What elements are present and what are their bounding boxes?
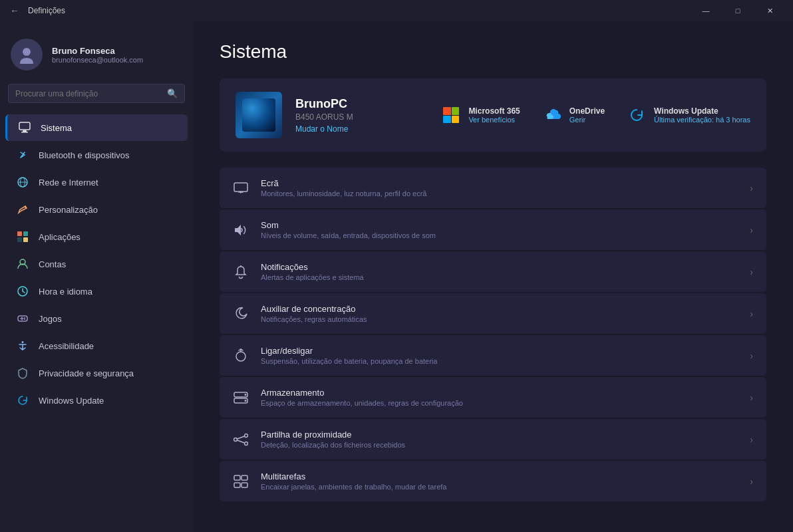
settings-item-ligar[interactable]: Ligar/desligar Suspensão, utilização de … — [220, 335, 766, 376]
sidebar-item-jogos[interactable]: Jogos — [5, 305, 188, 332]
svg-point-0 — [23, 48, 31, 56]
sidebar-label-aplicacoes: Aplicações — [39, 232, 80, 242]
aplicacoes-icon — [16, 230, 29, 243]
settings-title-notificacoes: Notificações — [261, 262, 738, 272]
chevron-icon: › — [750, 476, 753, 487]
sidebar-label-privacidade: Privacidade e segurança — [39, 368, 134, 378]
pc-link-sub-ms365: Ver benefícios — [468, 116, 520, 124]
chevron-icon: › — [750, 225, 753, 235]
settings-item-partilha[interactable]: Partilha de proximidade Deteção, localiz… — [220, 419, 766, 460]
sidebar-label-sistema: Sistema — [41, 123, 72, 133]
settings-title-som: Som — [261, 220, 738, 230]
chevron-icon: › — [750, 392, 753, 403]
sidebar-item-acessibilidade[interactable]: Acessibilidade — [5, 332, 188, 359]
close-button[interactable]: ✕ — [754, 0, 785, 21]
privacidade-icon — [16, 366, 29, 380]
chevron-icon: › — [750, 350, 753, 361]
svg-point-23 — [245, 394, 247, 396]
sidebar-item-privacidade[interactable]: Privacidade e segurança — [5, 360, 188, 386]
sidebar-item-personalizacao[interactable]: Personalização — [5, 196, 188, 223]
settings-item-ecra[interactable]: Ecrã Monitores, luminosidade, luz noturn… — [220, 168, 766, 208]
settings-sub-notificacoes: Alertas de aplicações e sistema — [261, 273, 738, 281]
sidebar-item-aplicacoes[interactable]: Aplicações — [5, 223, 188, 250]
user-email: brunofonseca@outlook.com — [52, 56, 143, 64]
settings-sub-ligar: Suspensão, utilização de bateria, poupan… — [261, 357, 738, 365]
main-layout: Bruno Fonseca brunofonseca@outlook.com 🔍… — [0, 21, 793, 532]
pc-links: Microsoft 365 Ver benefícios OneDrive Ge… — [440, 104, 750, 126]
sidebar-label-windows-update: Windows Update — [39, 396, 104, 406]
sidebar-item-hora[interactable]: Hora e idioma — [5, 278, 188, 305]
svg-point-27 — [245, 442, 248, 445]
pc-link-windows-update[interactable]: Windows Update Última verificação: há 3 … — [626, 104, 750, 126]
settings-item-multitarefas[interactable]: Multitarefas Encaixar janelas, ambientes… — [220, 461, 766, 501]
sidebar-item-contas[interactable]: Contas — [5, 251, 188, 277]
sidebar-item-windows-update[interactable]: Windows Update — [5, 387, 188, 414]
chevron-icon: › — [750, 267, 753, 277]
svg-point-20 — [236, 352, 245, 361]
pc-rename-button[interactable]: Mudar o Nome — [295, 124, 427, 134]
titlebar: ← Definições — □ ✕ — [0, 0, 793, 21]
ligar-icon — [233, 348, 249, 364]
svg-point-26 — [245, 434, 248, 437]
settings-item-armazenamento[interactable]: Armazenamento Espaço de armazenamento, u… — [220, 377, 766, 418]
search-input[interactable] — [15, 89, 162, 98]
notificacoes-icon — [233, 264, 249, 280]
settings-sub-som: Níveis de volume, saída, entrada, dispos… — [261, 231, 738, 239]
settings-item-som[interactable]: Som Níveis de volume, saída, entrada, di… — [220, 209, 766, 250]
svg-rect-19 — [234, 183, 247, 192]
sidebar-item-sistema[interactable]: Sistema — [5, 114, 188, 141]
sidebar-label-hora: Hora e idioma — [39, 287, 92, 297]
settings-title-ligar: Ligar/desligar — [261, 346, 738, 356]
sidebar-label-acessibilidade: Acessibilidade — [39, 341, 94, 351]
svg-point-16 — [24, 317, 25, 319]
svg-rect-9 — [17, 231, 22, 236]
minimize-button[interactable]: — — [691, 0, 721, 21]
settings-item-notificacoes[interactable]: Notificações Alertas de aplicações e sis… — [220, 251, 766, 292]
pc-card: BrunoPC B450 AORUS M Mudar o Nome Micros… — [220, 78, 766, 152]
svg-point-24 — [245, 400, 247, 402]
pc-link-title-windows-update: Windows Update — [654, 106, 750, 116]
search-box[interactable]: 🔍 — [8, 84, 185, 103]
svg-rect-30 — [234, 483, 240, 487]
settings-sub-auxiliar: Notificações, regras automáticas — [261, 315, 738, 323]
partilha-icon — [233, 432, 249, 448]
sidebar-label-personalizacao: Personalização — [39, 205, 98, 215]
sidebar: Bruno Fonseca brunofonseca@outlook.com 🔍… — [0, 21, 193, 532]
ecra-icon — [233, 180, 249, 196]
pc-link-title-onedrive: OneDrive — [569, 106, 605, 116]
armazenamento-icon — [233, 390, 249, 406]
svg-point-8 — [25, 206, 27, 208]
sistema-icon — [18, 121, 31, 134]
pc-link-ms365[interactable]: Microsoft 365 Ver benefícios — [440, 104, 520, 126]
svg-rect-29 — [241, 475, 247, 480]
content-area: Sistema BrunoPC B450 AORUS M Mudar o Nom… — [193, 21, 793, 532]
settings-title-partilha: Partilha de proximidade — [261, 430, 738, 440]
settings-list: Ecrã Monitores, luminosidade, luz noturn… — [220, 168, 766, 501]
settings-sub-ecra: Monitores, luminosidade, luz noturna, pe… — [261, 190, 738, 198]
page-title: Sistema — [220, 41, 766, 63]
user-section: Bruno Fonseca brunofonseca@outlook.com — [0, 28, 193, 84]
pc-model: B450 AORUS M — [295, 112, 427, 122]
pc-name: BrunoPC — [295, 97, 427, 111]
back-button[interactable]: ← — [8, 4, 21, 17]
pc-image — [236, 92, 282, 138]
settings-title-auxiliar: Auxiliar de concentração — [261, 304, 738, 314]
pc-link-onedrive[interactable]: OneDrive Gerir — [542, 104, 605, 126]
acessibilidade-icon — [16, 339, 29, 352]
svg-rect-10 — [23, 231, 28, 236]
settings-sub-armazenamento: Espaço de armazenamento, unidades, regra… — [261, 399, 738, 407]
chevron-icon: › — [750, 434, 753, 445]
settings-title-multitarefas: Multitarefas — [261, 471, 738, 481]
bluetooth-icon — [16, 148, 29, 162]
svg-point-1 — [20, 58, 33, 64]
sidebar-item-rede[interactable]: Rede e Internet — [5, 169, 188, 196]
svg-point-17 — [24, 319, 25, 320]
sidebar-item-bluetooth[interactable]: Bluetooth e dispositivos — [5, 142, 188, 168]
svg-rect-3 — [23, 130, 27, 132]
svg-rect-4 — [21, 132, 28, 133]
app-title: Definições — [28, 6, 691, 15]
svg-rect-31 — [241, 483, 247, 487]
maximize-button[interactable]: □ — [722, 0, 753, 21]
search-icon: 🔍 — [167, 88, 178, 98]
settings-item-auxiliar[interactable]: Auxiliar de concentração Notificações, r… — [220, 293, 766, 334]
